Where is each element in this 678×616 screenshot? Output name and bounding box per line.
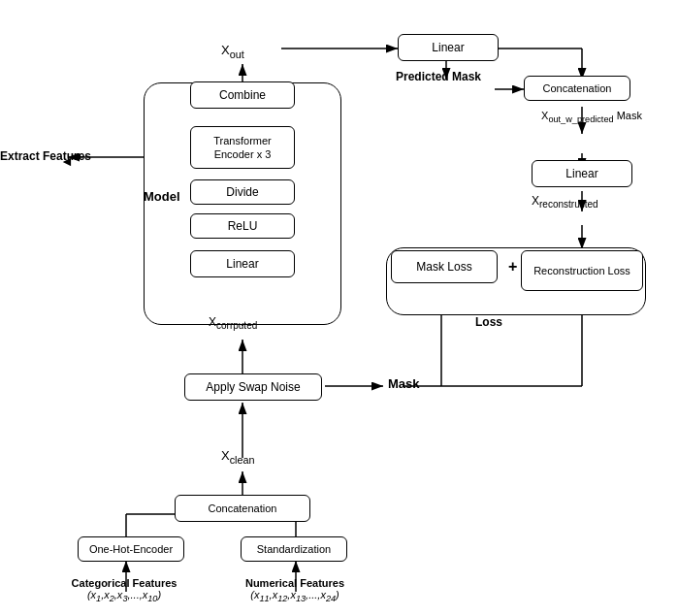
relu-box: ReLU [190,213,295,239]
loss-label: Loss [475,315,502,329]
divide-box: Divide [190,179,295,205]
linear-top-right-box: Linear [398,34,499,61]
numerical-features-label: Numerical Features (x11,x12,x13,...,x24) [233,577,357,603]
xout-w-predicted-label: Xout_w_predicted Mask [524,109,660,126]
standardization-box: Standardization [241,536,347,562]
plus-sign: + [508,258,517,276]
xout-label: Xout [221,43,244,60]
mask-label: Mask [388,376,420,391]
mask-loss-box: Mask Loss [391,250,498,283]
predicted-mask-label: Predicted Mask [396,70,481,83]
xcorrputed-label: Xcorrputed [209,315,257,331]
linear-right2-box: Linear [532,160,632,187]
xclean-label: Xclean [221,448,255,466]
model-label: Model [144,189,180,204]
categorical-features-label: Categorical Features (x1,x2,x3,...,x10) [66,577,182,603]
combine-box: Combine [190,81,295,109]
concatenation-top-right-box: Concatenation [524,76,630,101]
transformer-box: TransformerEncoder x 3 [190,126,295,169]
apply-swap-noise-box: Apply Swap Noise [184,373,322,401]
reconstruction-loss-box: Reconstruction Loss [521,250,643,291]
xreconstructed-label: Xreconstructed [532,194,598,210]
linear-model-box: Linear [190,250,295,277]
extract-features-label: Extract Features [0,149,91,163]
concatenation-bottom-box: Concatenation [175,495,310,522]
one-hot-box: One-Hot-Encoder [78,536,184,562]
